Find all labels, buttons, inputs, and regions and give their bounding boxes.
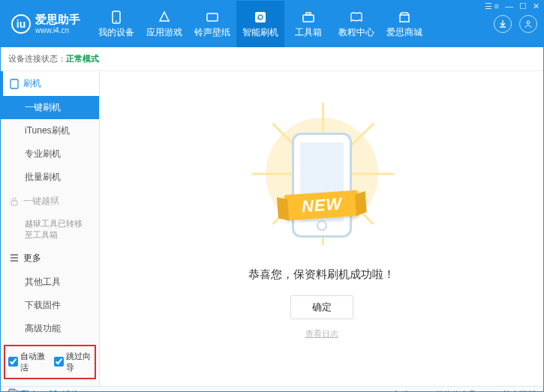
sidebar-head-jailbreak[interactable]: 一键越狱 xyxy=(1,189,99,214)
book-icon xyxy=(349,10,364,25)
minimize-button[interactable]: — xyxy=(505,1,513,11)
maximize-button[interactable]: ☐ xyxy=(519,1,527,11)
phone-icon xyxy=(109,10,124,25)
new-ribbon: NEW xyxy=(284,190,359,221)
jailbreak-note: 越狱工具已转移至工具箱 xyxy=(1,214,99,246)
sidebar-item-itunes[interactable]: iTunes刷机 xyxy=(1,119,99,142)
close-button[interactable]: ✕ xyxy=(533,1,539,11)
nav-ringtone[interactable]: 铃声壁纸 xyxy=(188,1,236,47)
sidebar-item-batch[interactable]: 批量刷机 xyxy=(1,166,99,189)
block-itunes-checkbox[interactable]: 阻止iTunes运行 xyxy=(8,389,79,392)
svg-rect-4 xyxy=(303,15,314,22)
user-button[interactable] xyxy=(519,15,537,33)
success-illustration: NEW xyxy=(266,118,378,253)
sidebar-item-firmware[interactable]: 下载固件 xyxy=(1,294,99,317)
app-title: 爱思助手 xyxy=(35,13,80,26)
options-box: 自动激活 跳过向导 xyxy=(4,345,96,379)
sidebar-head-more[interactable]: 更多 xyxy=(1,246,99,271)
wallpaper-icon xyxy=(205,10,220,25)
wechat-link[interactable]: 微信公众号 xyxy=(435,389,476,392)
nav-apps[interactable]: 应用游戏 xyxy=(140,1,188,47)
refresh-icon xyxy=(253,10,268,25)
svg-rect-2 xyxy=(207,13,218,21)
sidebar-item-other[interactable]: 其他工具 xyxy=(1,271,99,294)
svg-rect-3 xyxy=(255,12,266,22)
svg-rect-5 xyxy=(306,13,311,15)
view-log-link[interactable]: 查看日志 xyxy=(305,328,338,340)
auto-activate-checkbox[interactable]: 自动激活 xyxy=(8,351,47,373)
sidebar-head-flash[interactable]: 刷机 xyxy=(1,71,99,96)
svg-point-1 xyxy=(116,20,117,22)
nav-my-device[interactable]: 我的设备 xyxy=(92,1,140,47)
svg-rect-6 xyxy=(400,15,409,22)
svg-rect-8 xyxy=(11,79,18,88)
nav-tutorials[interactable]: 教程中心 xyxy=(332,1,380,47)
header: iu 爱思助手 www.i4.cn 我的设备 应用游戏 铃声壁纸 智能刷机 工具… xyxy=(1,1,543,47)
customer-service-link[interactable]: 客服 xyxy=(392,389,409,392)
toolbox-icon xyxy=(301,10,316,25)
apps-icon xyxy=(157,10,172,25)
nav-smart-flash[interactable]: 智能刷机 xyxy=(236,1,284,47)
main-content: NEW 恭喜您，保资料刷机成功啦！ 确定 查看日志 xyxy=(100,71,543,386)
skip-guide-checkbox[interactable]: 跳过向导 xyxy=(54,351,92,373)
success-message: 恭喜您，保资料刷机成功啦！ xyxy=(248,268,395,282)
svg-rect-9 xyxy=(11,201,17,205)
phone-small-icon xyxy=(10,79,19,89)
logo: iu 爱思助手 www.i4.cn xyxy=(11,13,80,35)
logo-icon: iu xyxy=(11,14,31,34)
nav-toolbox[interactable]: 工具箱 xyxy=(284,1,332,47)
device-status: 设备连接状态：正常模式 xyxy=(1,47,543,71)
menu-lines-icon xyxy=(10,253,19,262)
check-update-link[interactable]: 检查更新 xyxy=(503,389,536,392)
nav-store[interactable]: 爱思商城 xyxy=(380,1,428,47)
lock-icon xyxy=(10,197,19,206)
download-button[interactable] xyxy=(494,15,512,33)
ok-button[interactable]: 确定 xyxy=(290,295,353,319)
sidebar-item-advanced[interactable]: 高级功能 xyxy=(1,317,99,340)
menu-icon[interactable]: ☰ ≡ xyxy=(485,1,499,11)
header-actions xyxy=(494,15,537,33)
app-url: www.i4.cn xyxy=(35,26,80,35)
sidebar-item-oneclick[interactable]: 一键刷机 xyxy=(1,96,99,119)
sidebar: 刷机 一键刷机 iTunes刷机 专业刷机 批量刷机 一键越狱 越狱工具已转移至… xyxy=(1,71,100,386)
window-controls: ☰ ≡ — ☐ ✕ xyxy=(485,1,539,11)
svg-point-7 xyxy=(527,21,530,24)
store-icon xyxy=(397,10,412,25)
main-nav: 我的设备 应用游戏 铃声壁纸 智能刷机 工具箱 教程中心 爱思商城 xyxy=(92,1,494,47)
sidebar-item-pro[interactable]: 专业刷机 xyxy=(1,142,99,166)
